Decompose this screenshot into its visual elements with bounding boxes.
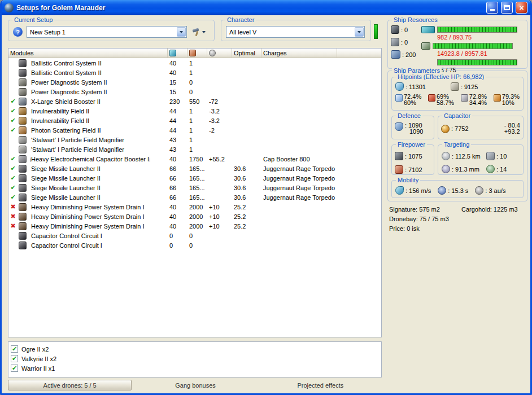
em-armor-resist: 60% xyxy=(404,100,421,106)
cpu-icon xyxy=(169,50,176,56)
module-icon-cell xyxy=(18,203,29,211)
drone-row[interactable]: ✔Valkyrie II x2 xyxy=(11,354,379,363)
module-name-cell: Power Diagnostic System II xyxy=(29,79,168,86)
module-name-cell: Power Diagnostic System II xyxy=(29,89,168,95)
module-icon xyxy=(19,126,27,134)
module-name: Capacitor Control Circuit I xyxy=(30,242,103,249)
drone-checkbox[interactable]: ✔ xyxy=(11,355,18,362)
cpu-value: 43 xyxy=(168,146,187,153)
calibration-icon xyxy=(391,50,400,59)
character-group: Character All level V xyxy=(221,20,371,41)
module-row[interactable]: Ballistic Control System II401 xyxy=(8,58,381,68)
powergrid-column-header[interactable] xyxy=(187,49,207,58)
cpu-value: 40 xyxy=(168,204,187,210)
close-button[interactable]: × xyxy=(516,2,527,14)
titlebar[interactable]: Setups for Golem Marauder × xyxy=(2,0,530,15)
module-row[interactable]: ✔Siege Missile Launcher II66165...30.6Ju… xyxy=(8,192,381,202)
module-row[interactable]: ✔Siege Missile Launcher II66165...30.6Ju… xyxy=(8,173,381,183)
turret-damage-icon xyxy=(395,152,403,160)
capacitor-icon xyxy=(209,50,216,56)
ship-resources-label: Ship Resources xyxy=(392,16,439,23)
turret-hardpoints-value: : 0 xyxy=(401,27,408,33)
module-row[interactable]: ✔X-Large Shield Booster II230550-72 xyxy=(8,96,381,106)
active-check-icon: ✔ xyxy=(8,107,18,115)
eft-window: Setups for Golem Marauder × Current Setu… xyxy=(0,0,532,395)
character-combobox-dropdown-button[interactable] xyxy=(355,27,364,37)
drone-label: Valkyrie II x2 xyxy=(21,356,56,362)
capacitor-column-header[interactable] xyxy=(207,49,232,58)
drone-row[interactable]: ✔Warrior II x1 xyxy=(11,363,379,373)
setup-combobox[interactable]: New Setup 1 xyxy=(27,26,187,38)
projected-effects-label: Projected effects xyxy=(297,382,343,389)
gang-bonuses-header[interactable]: Gang bonuses xyxy=(134,380,256,390)
optimal-column-header[interactable]: Optimal xyxy=(232,49,261,58)
module-row[interactable]: 'Stalwart' I Particle Field Magnifier431 xyxy=(8,144,381,154)
powergrid-value: 550 xyxy=(187,98,207,105)
firepower-group: Firepower : 1075 : 7102 xyxy=(391,144,434,175)
align-time-icon xyxy=(438,186,446,195)
module-row[interactable]: Power Diagnostic System II150 xyxy=(8,87,381,96)
module-name-cell: Ballistic Control System II xyxy=(29,69,168,76)
active-drones-header[interactable]: Active drones: 5 / 5 xyxy=(8,380,132,390)
maximize-button[interactable] xyxy=(501,2,513,14)
module-row[interactable]: ✔Photon Scattering Field II441-2 xyxy=(8,125,381,135)
capacitor-label: Capacitor xyxy=(442,112,472,119)
powergrid-value: 0 xyxy=(187,89,207,95)
targeting-range-value: : 112.5 km xyxy=(452,153,481,160)
calibration-value: : 200 xyxy=(402,51,416,58)
drone-row[interactable]: ✔Ogre II x2 xyxy=(11,344,379,354)
character-combobox[interactable]: All level V xyxy=(226,26,365,38)
capacitor-value: +55.2 xyxy=(207,156,232,163)
module-icon xyxy=(19,136,27,144)
minimize-button[interactable] xyxy=(486,2,498,14)
capacitor-icon xyxy=(441,125,450,133)
modules-column-label: Modules xyxy=(10,50,34,56)
module-row[interactable]: ✖Heavy Diminishing Power System Drain I4… xyxy=(8,221,381,231)
module-icon-cell xyxy=(18,88,29,96)
powergrid-value: 165... xyxy=(187,165,207,172)
module-row[interactable]: ✔Siege Missile Launcher II66165...30.6Ju… xyxy=(8,183,381,192)
ship-resources-group: Ship Resources : 0 : 0 : 200 982 / 893.7… xyxy=(387,20,527,69)
module-row[interactable]: ✔Invulnerability Field II441-3.2 xyxy=(8,106,381,116)
optimal-value: 25.2 xyxy=(232,213,261,220)
module-icon xyxy=(19,213,27,221)
chevron-down-icon xyxy=(202,31,206,33)
projected-effects-header[interactable]: Projected effects xyxy=(259,380,382,390)
setup-tools-button[interactable] xyxy=(191,27,207,37)
drone-checkbox[interactable]: ✔ xyxy=(11,345,18,353)
module-row[interactable]: ✖Heavy Diminishing Power System Drain I4… xyxy=(8,212,381,221)
maximize-icon xyxy=(504,5,510,10)
module-row[interactable]: ✔Heavy Electrochemical Capacitor Booster… xyxy=(8,154,381,164)
charge-name: Juggernaut Rage Torpedo xyxy=(261,175,381,182)
explosive-armor-resist: 10% xyxy=(502,100,520,106)
module-row[interactable]: Ballistic Control System II401 xyxy=(8,68,381,77)
setup-combobox-dropdown-button[interactable] xyxy=(177,27,186,37)
check-icon: ✔ xyxy=(12,356,17,362)
drone-checkbox[interactable]: ✔ xyxy=(11,365,18,372)
module-row[interactable]: ✖Heavy Diminishing Power System Drain I4… xyxy=(8,202,381,212)
module-name: Power Diagnostic System II xyxy=(30,89,108,95)
optimal-value: 30.6 xyxy=(232,165,261,172)
module-row[interactable]: Capacitor Control Circuit I00 xyxy=(8,231,381,240)
modules-table-body: Ballistic Control System II401Ballistic … xyxy=(8,58,381,250)
drone-label: Warrior II x1 xyxy=(21,365,55,372)
module-row[interactable]: ✔Siege Missile Launcher II66165...30.6Ju… xyxy=(8,164,381,173)
module-row[interactable]: Capacitor Control Circuit I00 xyxy=(8,240,381,250)
module-row[interactable]: 'Stalwart' I Particle Field Magnifier431 xyxy=(8,135,381,144)
module-name-cell: Ballistic Control System II xyxy=(29,60,168,67)
modules-column-header[interactable]: Modules xyxy=(8,49,168,58)
module-name: Capacitor Control Circuit I xyxy=(30,232,103,239)
help-button[interactable]: ? xyxy=(13,27,23,37)
chevron-down-icon xyxy=(180,31,183,33)
capacitor-value: +10 xyxy=(207,213,232,220)
explosive-resist-icon xyxy=(494,94,501,102)
explosive-resist: 79.3%10% xyxy=(494,94,520,106)
cpu-column-header[interactable] xyxy=(168,49,187,58)
capacitor-value: +10 xyxy=(207,204,232,210)
cpu-value: 44 xyxy=(168,108,187,115)
powergrid-usage-text: 14923.8 / 8957.81 xyxy=(437,50,525,58)
cpu-value: 230 xyxy=(168,98,187,105)
charges-column-header[interactable]: Charges xyxy=(261,49,337,58)
module-row[interactable]: ✔Invulnerability Field II441-3.2 xyxy=(8,116,381,125)
module-row[interactable]: Power Diagnostic System II150 xyxy=(8,77,381,87)
